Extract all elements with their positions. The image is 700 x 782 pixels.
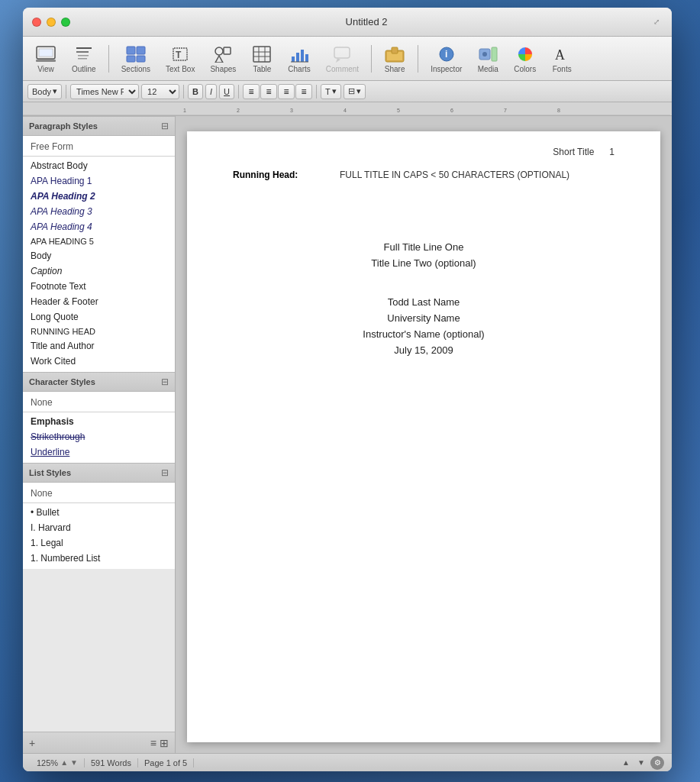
share-icon: [384, 44, 405, 65]
svg-point-35: [482, 52, 487, 57]
style-item-free-form[interactable]: Free Form: [23, 139, 175, 154]
svg-text:2: 2: [237, 108, 240, 113]
svg-rect-16: [253, 47, 270, 62]
paragraph-style-btn[interactable]: Body ▾: [27, 84, 62, 99]
style-item-apa-h4[interactable]: APA Heading 4: [23, 219, 175, 234]
style-item-apa-h5[interactable]: APA HEADING 5: [23, 234, 175, 248]
character-styles-expand[interactable]: ⊟: [161, 376, 169, 387]
running-head-content: FULL TITLE IN CAPS < 50 CHARACTERS (OPTI…: [340, 170, 569, 180]
fonts-label: Fonts: [553, 65, 572, 73]
character-styles-header: Character Styles ⊟: [23, 372, 175, 392]
columns-button[interactable]: ⊟ ▾: [344, 84, 366, 99]
window-title: Untitled 2: [79, 16, 653, 27]
list-style-numbered[interactable]: 1. Numbered List: [23, 551, 175, 566]
style-item-abstract-body[interactable]: Abstract Body: [23, 158, 175, 173]
toolbar-share[interactable]: Share: [378, 40, 411, 76]
toolbar-inspector[interactable]: i Inspector: [424, 40, 468, 76]
grid-view-button[interactable]: ⊞: [160, 737, 169, 749]
char-style-emphasis[interactable]: Emphasis: [23, 414, 175, 429]
align-right-button[interactable]: ≡: [278, 84, 295, 99]
page: Short Title 1 Running Head: FULL TITLE I…: [187, 131, 660, 742]
style-item-body[interactable]: Body: [23, 248, 175, 263]
nav-up-button[interactable]: ▲: [620, 757, 632, 769]
toolbar-textbox[interactable]: T Text Box: [160, 40, 201, 76]
shapes-icon: [212, 44, 234, 65]
comment-label: Comment: [326, 65, 359, 73]
page-section: Page 1 of 5: [138, 758, 194, 767]
svg-rect-14: [224, 47, 231, 54]
align-justify-button[interactable]: ≡: [295, 84, 312, 99]
underline-button[interactable]: U: [219, 84, 234, 99]
font-name-select[interactable]: Times New Roman: [70, 84, 139, 99]
list-view-button[interactable]: ≡: [150, 737, 156, 749]
toolbar-sections[interactable]: Sections: [115, 40, 156, 76]
toolbar-media[interactable]: Media: [471, 40, 505, 76]
zoom-down-arrow[interactable]: ▼: [70, 758, 78, 767]
paragraph-styles-expand[interactable]: ⊟: [161, 121, 169, 131]
line-spacing-button[interactable]: T ▾: [321, 84, 341, 99]
char-style-strikethrough[interactable]: Strikethrough: [23, 429, 175, 444]
toolbar-colors[interactable]: Colors: [508, 40, 542, 76]
expand-icon[interactable]: ⤢: [653, 18, 663, 27]
svg-rect-38: [23, 102, 672, 116]
align-left-button[interactable]: ≡: [243, 84, 260, 99]
table-label: Table: [253, 65, 271, 73]
toolbar-charts[interactable]: Charts: [282, 40, 316, 76]
svg-point-13: [215, 47, 223, 55]
settings-button[interactable]: ⚙: [650, 756, 664, 770]
zoom-up-arrow[interactable]: ▲: [60, 758, 68, 767]
svg-text:8: 8: [557, 108, 560, 113]
fonts-icon: A: [551, 44, 573, 65]
style-item-work-cited[interactable]: Work Cited: [23, 354, 175, 369]
svg-rect-21: [292, 57, 295, 62]
char-style-underline[interactable]: Underline: [23, 444, 175, 460]
table-icon: [251, 44, 273, 65]
align-center-button[interactable]: ≡: [260, 84, 277, 99]
status-bar: 125% ▲ ▼ 591 Words Page 1 of 5 ▲ ▼ ⚙: [23, 753, 672, 771]
toolbar-outline[interactable]: Outline: [66, 40, 102, 76]
style-item-header-footer[interactable]: Header & Footer: [23, 294, 175, 309]
style-item-apa-h1[interactable]: APA Heading 1: [23, 173, 175, 189]
close-button[interactable]: [32, 18, 41, 27]
style-item-apa-h2[interactable]: APA Heading 2: [23, 189, 175, 204]
list-styles-section: List Styles ⊟ None • Bullet I. Harvard 1…: [23, 463, 175, 569]
svg-rect-4: [76, 51, 89, 53]
minimize-button[interactable]: [47, 18, 56, 27]
style-item-long-quote[interactable]: Long Quote: [23, 309, 175, 325]
list-styles-expand[interactable]: ⊟: [161, 467, 169, 478]
toolbar-shapes[interactable]: Shapes: [204, 40, 242, 76]
comment-icon: [331, 44, 353, 65]
nav-down-button[interactable]: ▼: [635, 757, 647, 769]
style-item-running-head[interactable]: RUNNING HEAD: [23, 325, 175, 338]
inspector-label: Inspector: [431, 65, 462, 73]
italic-button[interactable]: I: [205, 84, 217, 99]
style-item-caption[interactable]: Caption: [23, 263, 175, 279]
svg-rect-22: [296, 53, 299, 62]
ruler: 1 2 3 4 5 6 7 8: [23, 102, 672, 116]
toolbar-fonts[interactable]: A Fonts: [545, 40, 579, 76]
char-style-none[interactable]: None: [23, 395, 175, 410]
style-item-title-author[interactable]: Title and Author: [23, 338, 175, 354]
document-area[interactable]: Short Title 1 Running Head: FULL TITLE I…: [176, 116, 672, 753]
textbox-icon: T: [169, 44, 191, 65]
charts-label: Charts: [288, 65, 310, 73]
list-style-none[interactable]: None: [23, 486, 175, 501]
font-size-select[interactable]: 12: [141, 84, 179, 99]
toolbar-table[interactable]: Table: [245, 40, 279, 76]
list-style-legal[interactable]: 1. Legal: [23, 535, 175, 551]
running-head-area: Running Head: FULL TITLE IN CAPS < 50 CH…: [233, 170, 615, 180]
list-style-bullet[interactable]: • Bullet: [23, 505, 175, 520]
view-label: View: [37, 65, 54, 73]
list-style-harvard[interactable]: I. Harvard: [23, 520, 175, 535]
style-item-apa-h3[interactable]: APA Heading 3: [23, 204, 175, 219]
toolbar-view[interactable]: View: [29, 40, 63, 76]
bold-button[interactable]: B: [188, 84, 203, 99]
style-item-footnote[interactable]: Footnote Text: [23, 279, 175, 294]
traffic-lights: [32, 18, 70, 27]
sidebar-bottom: + ≡ ⊞: [23, 732, 175, 753]
main-window: Untitled 2 ⤢ View: [23, 8, 672, 771]
list-styles-title: List Styles: [29, 468, 71, 477]
add-style-button[interactable]: +: [29, 737, 35, 749]
maximize-button[interactable]: [61, 18, 70, 27]
toolbar-sep-1: [108, 45, 109, 73]
